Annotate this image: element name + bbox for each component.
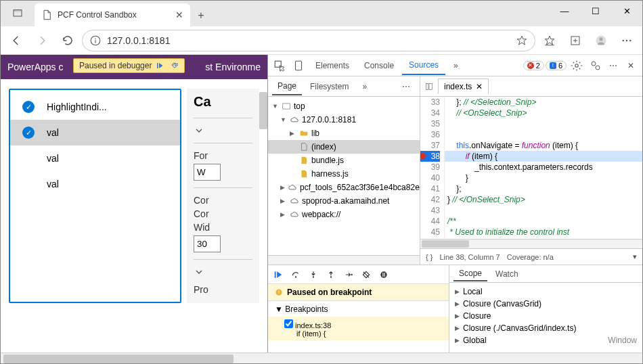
svg-point-7	[623, 39, 624, 41]
subtab-filesystem[interactable]: Filesystem	[305, 78, 354, 95]
step-icon[interactable]	[171, 62, 179, 70]
favorite-icon[interactable]	[516, 35, 528, 47]
form-input-1[interactable]	[194, 164, 221, 181]
svg-point-22	[330, 276, 332, 277]
tab-watch[interactable]: Watch	[490, 267, 524, 281]
app-banner: PowerApps c st Environme Paused in debug…	[1, 55, 267, 79]
step-out-button[interactable]	[326, 270, 336, 279]
chevron-down-icon[interactable]	[194, 125, 204, 136]
favorites-button[interactable]	[538, 29, 561, 52]
svg-point-24	[380, 271, 386, 277]
resume-icon[interactable]	[156, 62, 164, 70]
device-icon[interactable]	[290, 57, 307, 74]
settings-icon[interactable]	[568, 54, 585, 77]
scrollbar-thumb[interactable]	[259, 92, 267, 129]
browser-tab[interactable]: PCF Control Sandbox ✕	[35, 3, 190, 26]
svg-rect-26	[384, 273, 385, 277]
address-bar: 127.0.0.1:8181	[1, 26, 642, 55]
collections-button[interactable]	[564, 29, 587, 52]
list-item[interactable]: val	[10, 171, 180, 197]
resume-button[interactable]	[273, 270, 283, 279]
nav-icon[interactable]	[424, 82, 434, 91]
svg-point-20	[295, 276, 296, 277]
scope-item[interactable]: ▶Closure (./CanvasGrid/index.ts)	[455, 322, 637, 334]
window-titlebar: PCF Control Sandbox ✕ + — ☐ ✕	[1, 1, 642, 26]
property-list[interactable]: ✓HighlightIndi...✓valvalval	[9, 89, 181, 303]
list-item[interactable]: val	[10, 145, 180, 171]
pause-exceptions-button[interactable]	[379, 270, 389, 279]
inspect-icon[interactable]	[271, 57, 288, 74]
more-button[interactable]	[615, 29, 638, 52]
site-info-icon[interactable]	[89, 35, 102, 47]
check-icon	[22, 152, 35, 164]
svg-rect-12	[296, 61, 302, 70]
scope-item[interactable]: ▶GlobalWindow	[455, 334, 637, 346]
new-tab-button[interactable]: +	[190, 5, 212, 26]
list-item-label: val	[47, 179, 59, 189]
svg-point-6	[599, 37, 602, 41]
svg-rect-1	[14, 10, 22, 12]
close-tab-icon[interactable]: ✕	[175, 9, 183, 20]
step-over-button[interactable]	[291, 270, 301, 279]
refresh-button[interactable]	[56, 29, 79, 52]
svg-point-15	[596, 66, 600, 70]
scope-item[interactable]: ▶Closure (CanvasGrid)	[455, 298, 637, 310]
tab-title: PCF Control Sandbox	[58, 10, 170, 20]
svg-point-21	[313, 276, 314, 277]
deactivate-bp-button[interactable]	[361, 270, 371, 279]
subtab-overflow[interactable]: »	[357, 78, 372, 95]
form-input-2[interactable]	[194, 235, 221, 252]
bp-checkbox[interactable]	[284, 319, 293, 328]
svg-point-13	[575, 64, 579, 67]
url-input[interactable]: 127.0.0.1:8181	[82, 30, 535, 51]
svg-rect-18	[429, 83, 433, 89]
svg-text:!: !	[278, 290, 280, 294]
horizontal-scrollbar[interactable]	[1, 352, 642, 364]
list-item[interactable]: ✓HighlightIndi...	[10, 94, 180, 120]
file-tree[interactable]: ▼top ▼127.0.0.1:8181 ▶lib (index) bundle…	[268, 97, 420, 255]
tab-actions-icon[interactable]	[1, 1, 35, 26]
devtools-more-icon[interactable]: ⋯	[606, 54, 621, 77]
scope-list[interactable]: ▶Local▶Closure (CanvasGrid)▶Closure▶Clos…	[449, 283, 642, 349]
editor-status: { } Line 38, Column 7 Coverage: n/a ▾	[420, 248, 642, 265]
svg-point-14	[592, 62, 596, 66]
subtab-page[interactable]: Page	[272, 78, 302, 95]
maximize-button[interactable]: ☐	[580, 1, 611, 21]
tab-scope[interactable]: Scope	[453, 267, 487, 281]
check-icon: ✓	[22, 101, 35, 113]
close-file-icon[interactable]: ✕	[476, 82, 483, 91]
file-tab-index[interactable]: index.ts✕	[438, 78, 489, 94]
step-button[interactable]	[344, 270, 353, 279]
tab-sources[interactable]: Sources	[402, 56, 445, 75]
profile-button[interactable]	[590, 29, 613, 52]
error-badge[interactable]: ✕2	[523, 61, 544, 70]
minimize-button[interactable]: —	[549, 1, 580, 21]
list-item-label: val	[47, 153, 59, 164]
tab-elements[interactable]: Elements	[309, 57, 356, 74]
property-form: Ca For Cor Cor Wid Pro	[187, 89, 259, 303]
breakpoints-header[interactable]: ▼ Breakpoints	[275, 304, 442, 314]
tabs-overflow[interactable]: »	[447, 57, 465, 74]
paused-message: ! Paused on breakpoint	[268, 284, 449, 301]
back-button[interactable]	[5, 29, 28, 52]
svg-rect-19	[275, 271, 276, 277]
code-editor[interactable]: 33343536373839404142434445464748 }; // <…	[420, 97, 642, 239]
tab-console[interactable]: Console	[357, 57, 401, 74]
subtab-more[interactable]: ⋯	[397, 78, 416, 95]
close-window-button[interactable]: ✕	[611, 1, 642, 21]
breakpoint-item[interactable]: index.ts:38 if (item) {	[268, 317, 449, 340]
close-devtools-icon[interactable]: ✕	[622, 54, 640, 77]
warning-badge[interactable]: !6	[546, 61, 567, 70]
scope-item[interactable]: ▶Closure	[455, 310, 637, 322]
scope-item[interactable]: ▶Local	[455, 286, 637, 298]
list-item-label: HighlightIndi...	[47, 101, 107, 112]
devtools-tabs: Elements Console Sources » ✕2 !6 ⋯ ✕	[268, 55, 642, 76]
list-item[interactable]: ✓val	[10, 120, 180, 145]
check-icon: ✓	[22, 127, 35, 139]
gear-icon[interactable]	[587, 54, 604, 77]
svg-point-3	[95, 38, 96, 39]
forward-button[interactable]	[30, 29, 53, 52]
step-into-button[interactable]	[309, 270, 318, 279]
svg-point-8	[626, 39, 627, 41]
chevron-down-icon[interactable]	[194, 267, 204, 277]
